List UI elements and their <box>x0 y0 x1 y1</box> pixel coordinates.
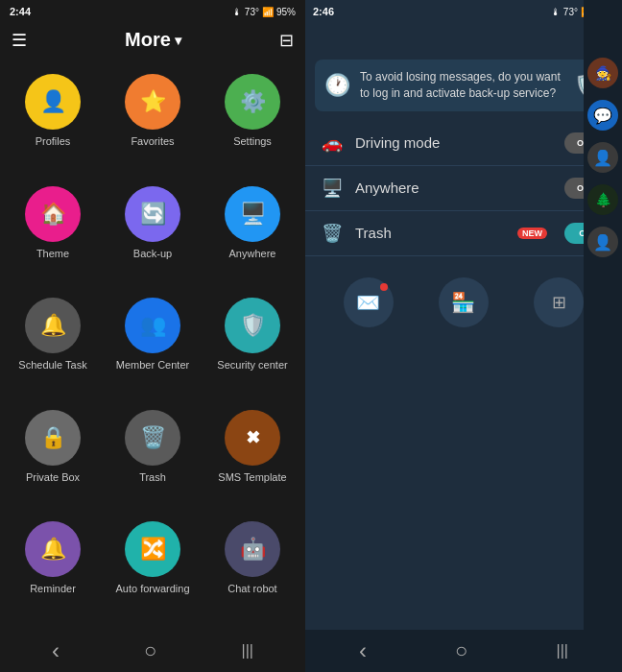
settings-icon: ⚙️ <box>225 74 280 130</box>
trash-toggle-item[interactable]: 🗑️ Trash NEW ON <box>305 211 622 256</box>
message-icon-btn[interactable]: ✉️ <box>344 277 394 327</box>
back-button-left[interactable]: ‹ <box>52 637 60 664</box>
schedule-icon: 🔔 <box>25 298 81 353</box>
member-label: Member Center <box>116 359 189 372</box>
avatar-2[interactable]: 👤 <box>587 142 618 173</box>
security-label: Security center <box>217 359 287 372</box>
theme-label: Theme <box>36 248 69 260</box>
more-title: More <box>125 29 171 51</box>
store-icon: 🏪 <box>451 291 475 314</box>
avatar-strip: 🧙 💬 👤 🌲 👤 <box>584 0 622 672</box>
left-panel: 2:44 🌡 73° 📶 95% ☰ More ▾ ⊟ 👤 Profiles ⭐… <box>0 0 305 672</box>
driving-mode-label: Driving mode <box>355 134 553 151</box>
apps-icon-btn[interactable]: ⊞ <box>534 277 584 327</box>
backup-banner[interactable]: 🕐 To avoid losing messages, do you want … <box>315 60 612 111</box>
battery-left: 95% <box>276 7 296 17</box>
temp-left: 73° <box>245 7 259 17</box>
nav-bar-right: ‹ ○ ||| <box>305 630 622 672</box>
menu-item-theme[interactable]: 🏠 Theme <box>6 179 100 285</box>
status-bar-left: 2:44 🌡 73° 📶 95% <box>0 0 305 23</box>
menu-item-reminder[interactable]: 🔔 Reminder <box>6 514 100 620</box>
member-icon: 👥 <box>125 298 180 353</box>
filter-icon[interactable]: ⊟ <box>279 30 294 51</box>
home-button-left[interactable]: ○ <box>144 638 156 663</box>
profiles-icon: 👤 <box>25 74 81 130</box>
driving-mode-icon: 🚗 <box>321 132 344 154</box>
bottom-icons-row: ✉️ 🏪 ⊞ <box>305 266 622 339</box>
temp-right: 73° <box>563 7 578 17</box>
trash-icon: 🗑️ <box>125 410 180 466</box>
anywhere-toggle-item[interactable]: 🖥️ Anywhere OFF <box>305 166 622 211</box>
menu-item-profiles[interactable]: 👤 Profiles <box>6 66 100 173</box>
store-icon-btn[interactable]: 🏪 <box>439 277 489 327</box>
backup-banner-text: To avoid losing messages, do you want to… <box>360 69 564 102</box>
message-badge <box>380 283 388 291</box>
driving-mode-toggle-item[interactable]: 🚗 Driving mode OFF <box>305 121 622 166</box>
recent-button-right[interactable]: ||| <box>556 642 567 660</box>
trash-label: Trash <box>139 471 166 484</box>
privatebox-label: Private Box <box>26 471 80 484</box>
menu-item-smstemplate[interactable]: ✖ SMS Template <box>205 402 299 509</box>
right-panel: 2:46 🌡 73° 📶 95% ☰ 🕐 To avoid losing mes… <box>305 0 622 672</box>
smstemplate-label: SMS Template <box>218 471 286 484</box>
backup-banner-icon: 🕐 <box>324 73 350 98</box>
menu-item-trash[interactable]: 🗑️ Trash <box>106 402 200 509</box>
menu-grid: 👤 Profiles ⭐ Favorites ⚙️ Settings 🏠 The… <box>0 57 305 630</box>
avatar-4[interactable]: 👤 <box>587 227 618 257</box>
top-bar-right: ☰ <box>305 23 622 56</box>
theme-icon: 🏠 <box>25 186 81 242</box>
autoforward-label: Auto forwarding <box>115 583 189 595</box>
avatar-message-icon[interactable]: 💬 <box>587 100 618 131</box>
menu-item-autoforward[interactable]: 🔀 Auto forwarding <box>106 514 200 620</box>
status-bar-right: 2:46 🌡 73° 📶 95% <box>305 0 622 23</box>
trash-toggle-label: Trash <box>355 225 506 241</box>
backup-icon: 🔄 <box>125 186 180 242</box>
avatar-3[interactable]: 🌲 <box>587 184 618 215</box>
hamburger-icon-left[interactable]: ☰ <box>12 30 27 51</box>
time-right: 2:46 <box>313 6 334 17</box>
reminder-label: Reminder <box>30 583 76 595</box>
reminder-icon: 🔔 <box>25 521 81 577</box>
avatar-1[interactable]: 🧙 <box>587 58 618 88</box>
wifi-icon-left: 📶 <box>262 7 274 17</box>
message-icon: ✉️ <box>356 291 380 314</box>
autoforward-icon: 🔀 <box>125 521 180 577</box>
apps-grid-icon: ⊞ <box>552 292 566 313</box>
recent-button-left[interactable]: ||| <box>241 642 252 660</box>
menu-item-schedule[interactable]: 🔔 Schedule Task <box>6 290 100 396</box>
privatebox-icon: 🔒 <box>25 410 81 466</box>
menu-item-settings[interactable]: ⚙️ Settings <box>205 66 299 173</box>
top-bar-left: ☰ More ▾ ⊟ <box>0 23 305 57</box>
toggle-list: 🚗 Driving mode OFF 🖥️ Anywhere OFF 🗑️ Tr… <box>305 121 622 256</box>
trash-new-badge: NEW <box>517 228 547 239</box>
anywhere-icon: 🖥️ <box>225 186 280 242</box>
menu-item-backup[interactable]: 🔄 Back-up <box>106 179 200 285</box>
nav-bar-left: ‹ ○ ||| <box>0 630 305 672</box>
profiles-label: Profiles <box>36 135 71 148</box>
menu-item-favorites[interactable]: ⭐ Favorites <box>106 66 200 173</box>
menu-item-member[interactable]: 👥 Member Center <box>106 290 200 396</box>
chatrobot-icon: 🤖 <box>225 521 280 577</box>
chatrobot-label: Chat robot <box>227 583 276 595</box>
menu-item-security[interactable]: 🛡️ Security center <box>205 290 299 396</box>
status-icons-left: 🌡 73° 📶 95% <box>232 7 296 17</box>
schedule-label: Schedule Task <box>18 359 86 372</box>
trash-toggle-icon: 🗑️ <box>321 223 344 244</box>
time-left: 2:44 <box>10 6 31 17</box>
menu-item-privatebox[interactable]: 🔒 Private Box <box>6 402 100 509</box>
security-icon: 🛡️ <box>225 298 280 353</box>
anywhere-label: Anywhere <box>229 248 276 260</box>
favorites-label: Favorites <box>131 135 174 148</box>
favorites-icon: ⭐ <box>125 74 180 130</box>
temp-icon-left: 🌡 <box>232 7 242 17</box>
menu-item-chatrobot[interactable]: 🤖 Chat robot <box>205 514 299 620</box>
backup-label: Back-up <box>133 248 172 260</box>
dropdown-arrow-icon[interactable]: ▾ <box>175 33 181 48</box>
back-button-right[interactable]: ‹ <box>359 637 367 664</box>
smstemplate-icon: ✖ <box>225 410 280 466</box>
top-bar-title-left: More ▾ <box>125 29 181 51</box>
temp-icon-right: 🌡 <box>551 7 561 17</box>
menu-item-anywhere[interactable]: 🖥️ Anywhere <box>205 179 299 285</box>
home-button-right[interactable]: ○ <box>455 638 467 663</box>
anywhere-toggle-label: Anywhere <box>355 180 553 196</box>
